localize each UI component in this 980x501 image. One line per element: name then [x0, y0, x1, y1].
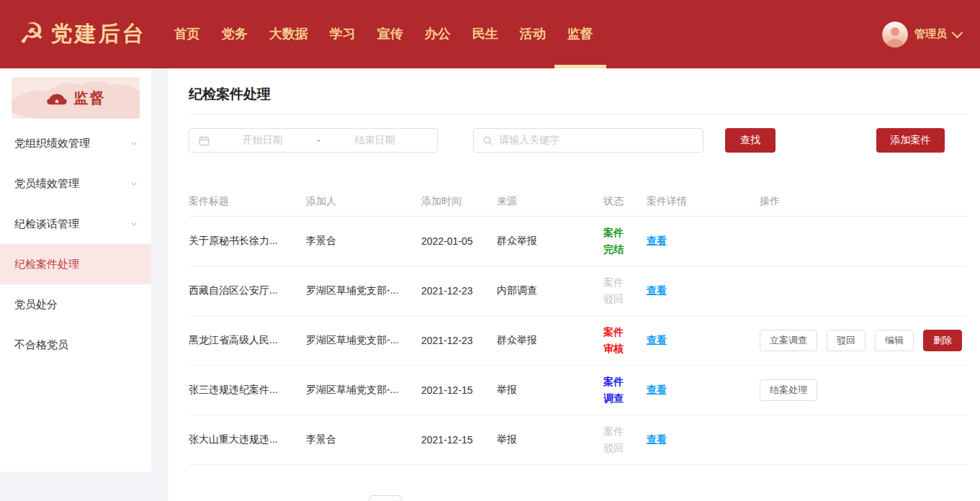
case-status-cell: 案件驳回 — [603, 274, 647, 307]
search-placeholder: 请输入关键字 — [499, 134, 559, 147]
case-time: 2021-12-23 — [421, 285, 497, 297]
app-title: 党建后台 — [51, 19, 146, 49]
column-header-2: 添加人 — [306, 195, 421, 208]
column-header-6: 案件详情 — [647, 195, 760, 208]
case-adder: 李景合 — [306, 235, 421, 248]
chevron-down-icon — [130, 179, 138, 188]
sidebar-item-label: 党员绩效管理 — [14, 177, 130, 191]
status-badge: 案件驳回 — [603, 423, 624, 456]
view-detail-link[interactable]: 查看 — [647, 334, 667, 346]
sidebar-item-3[interactable]: 纪检谈话管理 — [0, 204, 151, 244]
column-header-7: 操作 — [760, 195, 967, 208]
case-time: 2022-01-05 — [421, 235, 497, 247]
user-name: 管理员 — [914, 27, 947, 41]
content-area: 纪检案件处理 开始日期 - 结束日期 请输入关键字 查找 添加 — [168, 68, 980, 501]
date-separator: - — [315, 135, 322, 146]
case-detail-cell: 查看 — [647, 235, 760, 248]
nav-item-1[interactable]: 首页 — [163, 0, 211, 68]
view-detail-link[interactable]: 查看 — [647, 235, 667, 246]
active-tab-underline — [554, 65, 606, 68]
sidebar-item-label: 不合格党员 — [14, 338, 138, 352]
table-row: 张大山重大违规违...李景合2021-12-15举报案件驳回查看 — [189, 415, 967, 465]
nav-item-3[interactable]: 大数据 — [259, 0, 319, 68]
action-button-编辑[interactable]: 编辑 — [875, 330, 914, 351]
add-case-button[interactable]: 添加案件 — [876, 128, 945, 153]
case-source: 群众举报 — [497, 334, 603, 347]
action-button-结案处理[interactable]: 结案处理 — [760, 379, 817, 401]
table-row: 西藏自治区公安厅...罗湖区草埔党支部-...2021-12-23内部调查案件驳… — [189, 266, 967, 316]
case-detail-cell: 查看 — [647, 433, 760, 446]
party-emblem-icon: ☭ — [19, 19, 45, 48]
calendar-icon — [199, 135, 210, 146]
nav-item-4[interactable]: 学习 — [319, 0, 367, 68]
date-range-input[interactable]: 开始日期 - 结束日期 — [189, 128, 438, 153]
case-source: 内部调查 — [497, 284, 603, 297]
top-header: ☭ 党建后台 首页党务大数据学习宣传办公民生活动监督 管理员 — [0, 0, 980, 68]
supervision-cap-icon — [46, 90, 68, 107]
action-button-删除[interactable]: 删除 — [923, 330, 962, 351]
nav-item-9[interactable]: 监督 — [557, 0, 604, 68]
keyword-search-input[interactable]: 请输入关键字 — [473, 128, 703, 153]
column-header-3: 添加时间 — [421, 195, 497, 208]
case-status-cell: 案件驳回 — [603, 423, 647, 456]
case-title: 西藏自治区公安厅... — [189, 284, 306, 297]
case-adder: 李景合 — [306, 433, 421, 446]
case-status-cell: 案件审核 — [603, 324, 647, 357]
nav-item-2[interactable]: 党务 — [211, 0, 259, 68]
main-nav: 首页党务大数据学习宣传办公民生活动监督 — [163, 0, 604, 68]
search-icon — [482, 135, 493, 146]
case-time: 2021-12-23 — [421, 335, 497, 346]
case-detail-cell: 查看 — [647, 334, 760, 347]
nav-item-7[interactable]: 民生 — [462, 0, 509, 68]
case-adder: 罗湖区草埔党支部-... — [306, 334, 421, 347]
search-button[interactable]: 查找 — [725, 128, 776, 153]
action-button-立案调查[interactable]: 立案调查 — [760, 330, 817, 351]
case-detail-cell: 查看 — [647, 384, 760, 397]
status-badge: 案件审核 — [603, 324, 624, 357]
table-body: 关于原秘书长徐力...李景合2022-01-05群众举报案件完结查看西藏自治区公… — [189, 217, 967, 465]
case-source: 举报 — [497, 433, 603, 446]
column-header-5: 状态 — [603, 195, 647, 208]
action-button-驳回[interactable]: 驳回 — [827, 330, 866, 351]
status-badge: 案件完结 — [603, 225, 624, 258]
sidebar-item-2[interactable]: 党员绩效管理 — [0, 163, 151, 204]
user-menu[interactable]: 管理员 — [882, 22, 961, 48]
sidebar-item-4[interactable]: 纪检案件处理 — [0, 244, 151, 284]
status-badge: 案件驳回 — [603, 274, 624, 307]
nav-item-6[interactable]: 办公 — [414, 0, 462, 68]
view-detail-link[interactable]: 查看 — [647, 433, 667, 445]
table-row: 张三违规违纪案件...罗湖区草埔党支部-...2021-12-15举报案件调查查… — [189, 366, 967, 415]
case-time: 2021-12-15 — [421, 384, 497, 396]
case-status-cell: 案件调查 — [603, 374, 647, 407]
column-header-4: 来源 — [497, 195, 603, 208]
status-badge: 案件调查 — [603, 374, 624, 407]
pagination-button[interactable] — [369, 495, 402, 501]
case-adder: 罗湖区草埔党支部-... — [306, 384, 421, 397]
case-status-cell: 案件完结 — [603, 225, 647, 258]
sidebar-item-label: 纪检谈话管理 — [14, 217, 130, 231]
page-title: 纪检案件处理 — [189, 68, 967, 104]
date-start-placeholder[interactable]: 开始日期 — [210, 134, 315, 147]
sidebar-item-label: 党组织绩效管理 — [14, 137, 130, 150]
sidebar-item-1[interactable]: 党组织绩效管理 — [0, 123, 151, 163]
table-row: 关于原秘书长徐力...李景合2022-01-05群众举报案件完结查看 — [189, 217, 967, 266]
chevron-down-icon — [130, 220, 138, 228]
row-actions: 结案处理 — [760, 379, 967, 401]
view-detail-link[interactable]: 查看 — [647, 284, 667, 296]
view-detail-link[interactable]: 查看 — [647, 384, 667, 395]
case-title: 张三违规违纪案件... — [189, 384, 306, 397]
filter-bar: 开始日期 - 结束日期 请输入关键字 查找 添加案件 — [189, 128, 967, 153]
sidebar-menu: 党组织绩效管理党员绩效管理纪检谈话管理纪检案件处理党员处分不合格党员 — [0, 123, 151, 365]
sidebar-item-5[interactable]: 党员处分 — [0, 284, 151, 325]
nav-item-5[interactable]: 宣传 — [367, 0, 414, 68]
avatar[interactable] — [882, 22, 908, 48]
case-source: 举报 — [497, 384, 603, 397]
table-header-row: 案件标题添加人添加时间来源状态案件详情操作 — [189, 187, 967, 217]
case-title: 张大山重大违规违... — [189, 433, 306, 446]
date-end-placeholder[interactable]: 结束日期 — [322, 134, 428, 147]
chevron-down-icon — [952, 27, 963, 38]
app-logo[interactable]: ☭ 党建后台 — [19, 19, 146, 49]
sidebar-item-6[interactable]: 不合格党员 — [0, 325, 151, 365]
table-row: 黑龙江省高级人民...罗湖区草埔党支部-...2021-12-23群众举报案件审… — [189, 316, 967, 366]
nav-item-8[interactable]: 活动 — [509, 0, 557, 68]
